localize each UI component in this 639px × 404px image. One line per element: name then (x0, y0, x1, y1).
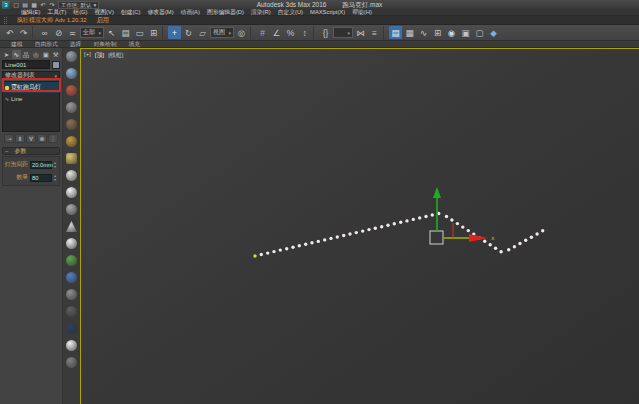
param-value-field[interactable]: 80 (30, 174, 52, 182)
stack-row-0[interactable]: 霓虹跑马灯 (3, 82, 59, 93)
select-object-icon[interactable]: ↖ (105, 26, 118, 39)
redo-icon[interactable]: ↷ (17, 26, 30, 39)
menu-item-7[interactable]: 图形编辑器(D) (204, 9, 247, 16)
menu-item-4[interactable]: 创建(C) (118, 9, 144, 16)
create-tab[interactable]: ➤ (2, 50, 11, 59)
folder-preset-icon[interactable] (66, 153, 77, 164)
align-icon[interactable]: ≡ (368, 26, 381, 39)
render-production-icon[interactable]: ◆ (487, 26, 500, 39)
viewport-view-menu[interactable]: [顶] (95, 51, 104, 60)
gray-material-icon[interactable] (66, 102, 77, 113)
spinner-arrows[interactable]: ▴▾ (54, 161, 56, 169)
show-end-result-button[interactable]: Ⅱ (15, 134, 25, 143)
ribbon-tab-0[interactable]: 建模 (6, 41, 28, 47)
cloth-material-icon[interactable] (66, 170, 77, 181)
material-editor-icon[interactable]: ◉ (445, 26, 458, 39)
display-tab[interactable]: ▣ (41, 50, 50, 59)
selection-filter-dropdown[interactable]: 全部▾ (80, 27, 104, 38)
object-name-field[interactable]: Line001 (2, 60, 50, 69)
object-color-swatch[interactable] (52, 61, 60, 69)
cone-preset-icon[interactable] (66, 221, 77, 232)
ribbon-tab-2[interactable]: 选择 (65, 41, 87, 47)
top-viewport[interactable]: [+] [顶] [线框] (80, 48, 639, 404)
menu-item-1[interactable]: 工具(T) (44, 9, 69, 16)
hierarchy-tab[interactable]: 品 (22, 50, 31, 59)
select-and-scale-icon[interactable]: ▱ (196, 26, 209, 39)
gray-preset-icon[interactable] (66, 357, 77, 368)
reference-coordinate-dropdown[interactable]: 视图▾ (210, 27, 234, 38)
render-setup-icon[interactable]: ▣ (459, 26, 472, 39)
select-by-name-icon[interactable]: ▤ (119, 26, 132, 39)
edit-named-selection-sets-icon[interactable]: {} (319, 26, 332, 39)
unlink-selection-icon[interactable]: ⊘ (52, 26, 65, 39)
spinner-snap-icon[interactable]: ↕ (298, 26, 311, 39)
select-and-move-icon[interactable]: + (168, 26, 181, 39)
layer-manager-icon[interactable]: ▤ (389, 26, 402, 39)
menu-item-2[interactable]: 组(G) (70, 9, 90, 16)
parameters-rollout-body: 灯泡间距20.0mm▴▾数量80▴▾ (2, 156, 60, 186)
percent-snap-icon[interactable]: % (284, 26, 297, 39)
viewport-plus-menu[interactable]: [+] (84, 51, 91, 60)
stack-row-1[interactable]: ∿Line (3, 93, 59, 104)
rectangular-selection-region-icon[interactable]: ▭ (133, 26, 146, 39)
modify-tab[interactable]: ∿ (12, 50, 21, 59)
red-material-icon[interactable] (66, 85, 77, 96)
rendered-frame-window-icon[interactable]: ▢ (473, 26, 486, 39)
select-and-rotate-icon[interactable]: ↻ (182, 26, 195, 39)
ribbon-tab-4[interactable]: 填充 (124, 41, 146, 47)
save-file-icon[interactable]: ▦ (30, 1, 38, 9)
angle-snap-icon[interactable]: ∠ (270, 26, 283, 39)
porcelain-material-icon[interactable] (66, 238, 77, 249)
white-sphere-icon[interactable] (66, 187, 77, 198)
spinner-arrows[interactable]: ▴▾ (54, 174, 56, 182)
max-logo-icon[interactable]: 3 (2, 1, 10, 9)
utilities-tab[interactable]: ⚒ (51, 50, 60, 59)
window-crossing-icon[interactable]: ⊞ (147, 26, 160, 39)
schematic-view-icon[interactable]: ⊞ (431, 26, 444, 39)
gold-material-icon[interactable] (66, 136, 77, 147)
curve-editor-icon[interactable]: ∿ (417, 26, 430, 39)
plugin-enable-button[interactable]: 启用 (97, 16, 109, 25)
night-sphere-icon[interactable] (66, 323, 77, 334)
named-selection-sets-dropdown[interactable]: ▾ (333, 27, 353, 38)
new-scene-icon[interactable]: ▢ (12, 1, 20, 9)
teapot-preset-icon[interactable] (66, 51, 77, 62)
menu-item-3[interactable]: 视图(V) (92, 9, 117, 16)
metal-sphere-icon[interactable] (66, 204, 77, 215)
blue-sphere-preset-icon[interactable] (66, 68, 77, 79)
select-and-link-icon[interactable]: ∞ (38, 26, 51, 39)
undo-icon[interactable]: ↶ (3, 26, 16, 39)
open-file-icon[interactable]: ▤ (21, 1, 29, 9)
mirror-icon[interactable]: ⋈ (354, 26, 367, 39)
light-dot-icon[interactable] (66, 340, 77, 351)
ribbon-tab-1[interactable]: 自由形式 (30, 41, 63, 47)
remove-modifier-button[interactable]: ⊗ (37, 134, 47, 143)
undo-icon[interactable]: ↶ (39, 1, 47, 9)
bind-to-space-warp-icon[interactable]: ≍ (66, 26, 79, 39)
configure-modifier-sets-button[interactable]: ⋮ (48, 134, 58, 143)
menu-item-5[interactable]: 修改器(M) (144, 9, 176, 16)
param-value-field[interactable]: 20.0mm (30, 161, 52, 169)
stone-material-icon[interactable] (66, 289, 77, 300)
parameters-rollout-header[interactable]: − 参数 (2, 147, 60, 155)
redo-icon[interactable]: ↷ (48, 1, 56, 9)
snap-toggle-icon[interactable]: # (256, 26, 269, 39)
motion-tab[interactable]: ◎ (31, 50, 40, 59)
toolbar-grip[interactable] (4, 17, 7, 24)
ribbon-tab-strip: 建模自由形式选择对象绘制填充 (0, 41, 639, 48)
use-pivot-point-center-icon[interactable]: ◎ (235, 26, 248, 39)
dark-material-icon[interactable] (66, 306, 77, 317)
pin-stack-button[interactable]: ⊸ (4, 134, 14, 143)
ribbon-toggle-icon[interactable]: ▦ (403, 26, 416, 39)
leather-material-icon[interactable] (66, 119, 77, 130)
workspace-dropdown[interactable]: 工作区: 默认 ▾ (58, 1, 99, 9)
make-unique-button[interactable]: ∀ (26, 134, 36, 143)
blue-glass-icon[interactable] (66, 272, 77, 283)
menu-item-6[interactable]: 动画(A) (178, 9, 203, 16)
toolbar-separator (383, 26, 387, 39)
viewport-shading-menu[interactable]: [线框] (108, 51, 123, 60)
ribbon-tab-3[interactable]: 对象绘制 (88, 41, 121, 47)
menu-item-0[interactable]: 编辑(E) (18, 9, 43, 16)
green-glass-icon[interactable] (66, 255, 77, 266)
modifier-list-dropdown[interactable]: 修改器列表 ▾ (2, 71, 60, 80)
